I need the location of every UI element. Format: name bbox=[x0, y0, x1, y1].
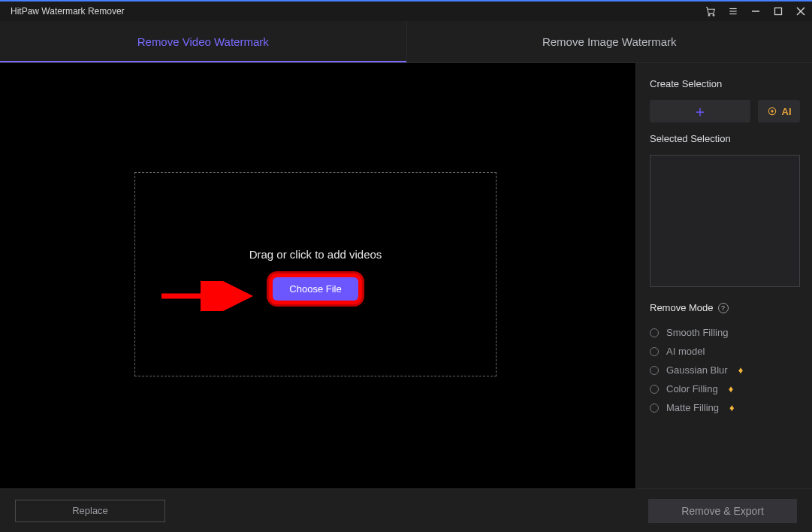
replace-button[interactable]: Replace bbox=[15, 500, 165, 522]
app-window: HitPaw Watermark Remover Remove Video Wa… bbox=[0, 0, 812, 532]
tab-video-label: Remove Video Watermark bbox=[137, 35, 269, 48]
svg-point-11 bbox=[771, 110, 772, 112]
radio-icon bbox=[650, 385, 659, 394]
svg-rect-6 bbox=[775, 8, 782, 15]
content-body: Drag or click to add videos Choose File … bbox=[0, 63, 812, 488]
premium-icon: ♦ bbox=[738, 364, 744, 376]
side-panel: Create Selection ＋ AI Selected Selection… bbox=[635, 63, 812, 488]
mode-label: Matte Filling bbox=[666, 402, 719, 413]
ai-selection-button[interactable]: AI bbox=[758, 100, 800, 122]
tab-image-watermark[interactable]: Remove Image Watermark bbox=[406, 21, 813, 62]
maximize-icon[interactable] bbox=[767, 2, 789, 21]
remove-export-button[interactable]: Remove & Export bbox=[648, 499, 797, 523]
svg-point-0 bbox=[708, 14, 710, 16]
tab-image-label: Remove Image Watermark bbox=[542, 35, 677, 48]
ai-icon bbox=[767, 106, 777, 116]
window-controls bbox=[699, 2, 812, 21]
premium-icon: ♦ bbox=[729, 402, 735, 413]
mode-color-filling[interactable]: Color Filling ♦ bbox=[650, 383, 800, 394]
ai-button-label: AI bbox=[782, 106, 792, 117]
cart-icon[interactable] bbox=[699, 2, 722, 21]
choose-file-button[interactable]: Choose File bbox=[273, 277, 358, 301]
mode-label: Gaussian Blur bbox=[666, 364, 728, 376]
mode-gaussian-blur[interactable]: Gaussian Blur ♦ bbox=[650, 364, 800, 376]
selected-selection-label: Selected Selection bbox=[650, 133, 800, 144]
mode-tabs: Remove Video Watermark Remove Image Wate… bbox=[0, 21, 812, 63]
plus-icon: ＋ bbox=[693, 101, 708, 122]
mode-ai-model[interactable]: AI model bbox=[650, 346, 800, 357]
remove-mode-label: Remove Mode bbox=[650, 302, 714, 313]
remove-mode-heading: Remove Mode ? bbox=[650, 302, 800, 313]
radio-icon bbox=[650, 404, 659, 413]
mode-matte-filling[interactable]: Matte Filling ♦ bbox=[650, 402, 800, 413]
dropzone-text: Drag or click to add videos bbox=[249, 248, 382, 261]
tab-video-watermark[interactable]: Remove Video Watermark bbox=[0, 21, 406, 62]
dropzone[interactable]: Drag or click to add videos Choose File bbox=[134, 172, 497, 376]
close-icon[interactable] bbox=[789, 2, 812, 21]
mode-label: Smooth Filling bbox=[666, 327, 728, 338]
help-icon[interactable]: ? bbox=[718, 303, 729, 313]
mode-smooth-filling[interactable]: Smooth Filling bbox=[650, 327, 800, 338]
footer-bar: Replace Remove & Export bbox=[0, 488, 812, 532]
choose-file-wrap: Choose File bbox=[273, 277, 358, 301]
main-canvas: Drag or click to add videos Choose File bbox=[0, 63, 635, 488]
app-title: HitPaw Watermark Remover bbox=[11, 6, 125, 17]
radio-icon bbox=[650, 366, 659, 375]
menu-icon[interactable] bbox=[722, 2, 744, 21]
minimize-icon[interactable] bbox=[744, 2, 767, 21]
svg-point-1 bbox=[713, 14, 714, 16]
selection-preview bbox=[650, 155, 800, 287]
add-selection-button[interactable]: ＋ bbox=[650, 100, 750, 122]
title-bar: HitPaw Watermark Remover bbox=[0, 2, 812, 21]
mode-label: Color Filling bbox=[666, 383, 718, 394]
create-selection-label: Create Selection bbox=[650, 78, 800, 89]
radio-icon bbox=[650, 347, 659, 356]
mode-label: AI model bbox=[666, 346, 705, 357]
radio-icon bbox=[650, 328, 659, 337]
remove-modes: Smooth Filling AI model Gaussian Blur ♦ … bbox=[650, 327, 800, 413]
premium-icon: ♦ bbox=[729, 383, 734, 394]
create-selection-buttons: ＋ AI bbox=[650, 100, 800, 122]
